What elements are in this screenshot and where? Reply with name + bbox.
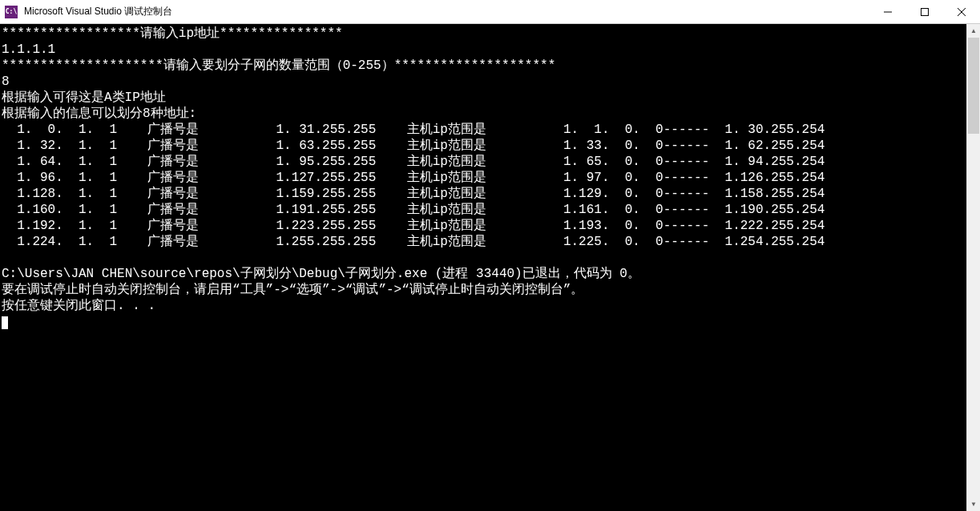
window-title: Microsoft Visual Studio 调试控制台: [24, 5, 869, 18]
console-output[interactable]: ******************请输入ip地址***************…: [0, 24, 966, 511]
svg-rect-1: [922, 8, 929, 15]
window-controls: [869, 0, 980, 23]
app-icon: C:\: [5, 6, 18, 18]
console-area: ******************请输入ip地址***************…: [0, 24, 980, 511]
scroll-down-arrow[interactable]: ▼: [967, 497, 980, 511]
cursor: [2, 316, 8, 329]
maximize-button[interactable]: [906, 0, 943, 23]
vertical-scrollbar[interactable]: ▲ ▼: [966, 24, 980, 511]
titlebar[interactable]: C:\ Microsoft Visual Studio 调试控制台: [0, 0, 980, 24]
scroll-thumb[interactable]: [968, 38, 979, 134]
minimize-button[interactable]: [869, 0, 906, 23]
close-button[interactable]: [943, 0, 980, 23]
scroll-up-arrow[interactable]: ▲: [967, 24, 980, 38]
